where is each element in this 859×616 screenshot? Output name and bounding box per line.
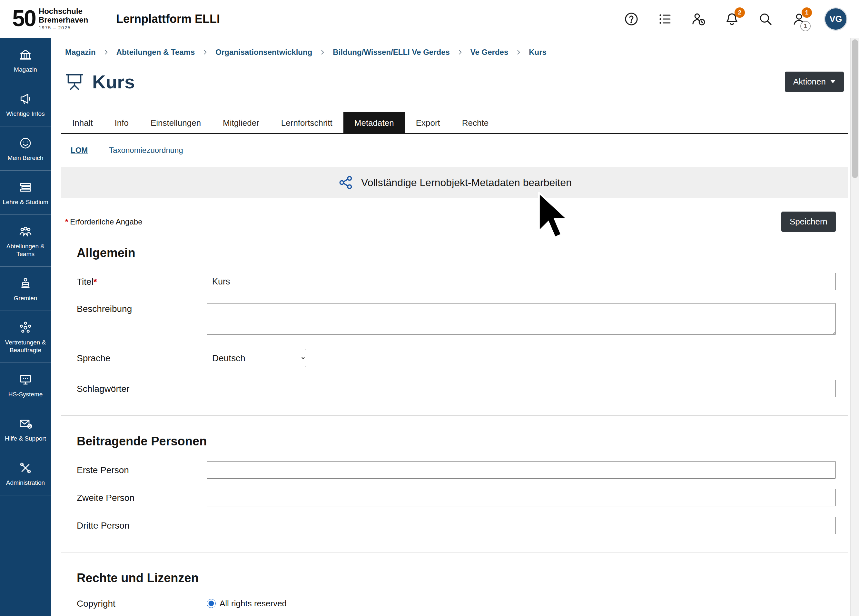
form-row-beschreibung: Beschreibung — [77, 303, 850, 336]
books-icon — [19, 180, 33, 194]
sprache-select[interactable]: Deutsch — [207, 349, 306, 367]
app-title: Lernplattform ELLI — [116, 0, 220, 38]
form-row-schlagwoerter: Schlagwörter — [77, 380, 850, 397]
form-row-sprache: Sprache Deutsch — [77, 349, 850, 367]
breadcrumb-item[interactable]: Magazin — [65, 48, 96, 57]
tab-export[interactable]: Export — [405, 112, 451, 133]
breadcrumb-item[interactable]: Organisationsentwicklung — [216, 48, 312, 57]
form-row-dritte-person: Dritte Person — [77, 517, 850, 534]
chevron-right-icon — [103, 49, 109, 55]
required-star: * — [65, 217, 68, 226]
titel-label: Titel* — [77, 276, 207, 287]
sidebar-item-administration[interactable]: Administration — [0, 451, 51, 496]
sidebar-item-wichtige-infos[interactable]: Wichtige Infos — [0, 82, 51, 127]
breadcrumb-item[interactable]: Bildung/Wissen/ELLI Ve Gerdes — [333, 48, 450, 57]
erste-person-input[interactable] — [207, 461, 836, 478]
logo-years: 1975 – 2025 — [39, 25, 88, 30]
titel-input[interactable] — [207, 273, 836, 290]
smiley-icon — [19, 136, 33, 150]
schlagwoerter-input[interactable] — [207, 380, 836, 397]
sidebar-item-lehre-studium[interactable]: Lehre & Studium — [0, 170, 51, 215]
form-row-copyright: Copyright All rights reserved — [77, 598, 850, 609]
section-divider — [61, 552, 848, 552]
user-clock-icon[interactable] — [690, 11, 707, 27]
logo-number: 50 — [12, 4, 36, 33]
mail-help-icon — [19, 417, 33, 431]
caret-down-icon — [830, 80, 836, 83]
sidebar-item-magazin[interactable]: Magazin — [0, 38, 51, 82]
subtab-lom[interactable]: LOM — [70, 146, 88, 155]
monitor-icon — [19, 372, 33, 387]
zweite-person-input[interactable] — [207, 489, 836, 507]
logo-line2: Bremerhaven — [39, 16, 88, 24]
tab-inhalt[interactable]: Inhalt — [61, 112, 104, 133]
breadcrumb: Magazin Abteilungen & Teams Organisation… — [51, 38, 850, 57]
subtab-taxonomiezuordnung[interactable]: Taxonomiezuordnung — [109, 146, 183, 155]
main-content: Magazin Abteilungen & Teams Organisation… — [51, 38, 850, 616]
sidebar-item-label: Hilfe & Support — [2, 435, 49, 442]
sidebar-item-label: HS-Systeme — [2, 391, 49, 398]
chevron-right-icon — [202, 49, 208, 55]
edit-full-metadata-banner[interactable]: Vollständige Lernobjekt-Metadaten bearbe… — [61, 167, 848, 198]
logo-line1: Hochschule — [39, 7, 88, 16]
copyright-option-label: All rights reserved — [220, 599, 287, 608]
tab-rechte[interactable]: Rechte — [451, 112, 500, 133]
erste-person-label: Erste Person — [77, 464, 207, 475]
beschreibung-textarea[interactable] — [207, 303, 836, 335]
subtab-bar: LOM Taxonomiezuordnung — [70, 146, 850, 155]
tab-info[interactable]: Info — [104, 112, 140, 133]
sidebar-item-label: Administration — [2, 479, 49, 487]
top-header: 50 Hochschule Bremerhaven 1975 – 2025 Le… — [0, 0, 859, 38]
page-title-row: Kurs Aktionen — [64, 70, 844, 93]
people-network-icon — [19, 321, 33, 335]
sprache-label: Sprache — [77, 352, 207, 363]
dritte-person-label: Dritte Person — [77, 520, 207, 531]
save-button[interactable]: Speichern — [781, 211, 836, 232]
breadcrumb-item[interactable]: Kurs — [529, 48, 547, 57]
copyright-radio-all-rights-reserved[interactable] — [207, 599, 216, 608]
tab-mitglieder[interactable]: Mitglieder — [212, 112, 270, 133]
tab-bar: Inhalt Info Einstellungen Mitglieder Ler… — [61, 112, 848, 134]
sidebar-item-vertretungen-beauftragte[interactable]: Vertretungen & Beauftragte — [0, 311, 51, 363]
contacts-icon[interactable]: 1 1 — [791, 11, 807, 27]
vertical-scrollbar — [850, 38, 859, 616]
dritte-person-input[interactable] — [207, 517, 836, 534]
chevron-right-icon — [319, 49, 326, 55]
zweite-person-label: Zweite Person — [77, 492, 207, 503]
user-avatar[interactable]: VG — [824, 8, 847, 31]
form-row-titel: Titel* — [77, 273, 850, 290]
sidebar-item-label: Magazin — [2, 66, 49, 73]
sidebar-item-mein-bereich[interactable]: Mein Bereich — [0, 127, 51, 170]
schlagwoerter-label: Schlagwörter — [77, 383, 207, 394]
search-icon[interactable] — [757, 11, 774, 27]
course-icon — [64, 70, 85, 93]
section-divider — [61, 415, 848, 416]
tab-lernfortschritt[interactable]: Lernfortschritt — [270, 112, 344, 133]
list-icon[interactable] — [656, 11, 673, 27]
titel-required-star: * — [94, 277, 97, 287]
tab-metadaten[interactable]: Metadaten — [344, 112, 405, 133]
lectern-icon — [19, 277, 33, 291]
main-sidebar: Magazin Wichtige Infos Mein Bereich Lehr… — [0, 38, 51, 616]
sidebar-item-hs-systeme[interactable]: HS-Systeme — [0, 363, 51, 407]
sidebar-item-hilfe-support[interactable]: Hilfe & Support — [0, 407, 51, 451]
notifications-bell-icon[interactable]: 2 — [723, 11, 740, 27]
beschreibung-label: Beschreibung — [77, 303, 207, 314]
sidebar-item-label: Mein Bereich — [2, 154, 49, 162]
people-icon — [19, 225, 33, 239]
breadcrumb-item[interactable]: Ve Gerdes — [470, 48, 508, 57]
sidebar-item-abteilungen-teams[interactable]: Abteilungen & Teams — [0, 215, 51, 267]
actions-button[interactable]: Aktionen — [785, 72, 844, 92]
form-row-erste-person: Erste Person — [77, 461, 850, 478]
bell-badge: 2 — [734, 8, 745, 18]
breadcrumb-item[interactable]: Abteilungen & Teams — [116, 48, 195, 57]
help-icon[interactable] — [623, 11, 640, 27]
chevron-right-icon — [457, 49, 463, 55]
sidebar-item-gremien[interactable]: Gremien — [0, 267, 51, 311]
required-note: *Erforderliche Angabe — [65, 217, 142, 227]
scrollbar-thumb[interactable] — [852, 39, 858, 178]
lom-share-icon — [337, 174, 354, 191]
page-title: Kurs — [92, 71, 135, 92]
tab-einstellungen[interactable]: Einstellungen — [140, 112, 212, 133]
section-heading-rechte: Rechte und Lizenzen — [77, 571, 850, 585]
